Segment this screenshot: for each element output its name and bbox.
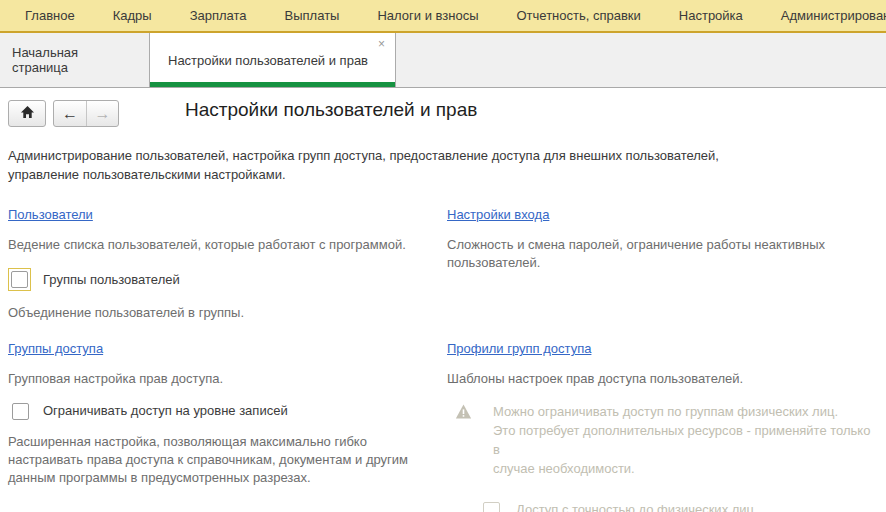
tab-bar: Начальная страница Настройки пользовател… [0, 33, 886, 88]
record-level-checkbox-row: Ограничивать доступ на уровне записей [12, 402, 438, 420]
back-arrow-icon: ← [62, 105, 78, 123]
warning-icon [455, 403, 472, 420]
login-settings-description: Сложность и смена паролей, ограничение р… [447, 236, 875, 272]
individuals-access-checkbox[interactable] [483, 502, 500, 512]
back-button[interactable]: ← [54, 101, 86, 126]
menu-item-taxes-contributions[interactable]: Налоги и взносы [358, 0, 497, 31]
app-window: Главное Кадры Зарплата Выплаты Налоги и … [0, 0, 886, 512]
menu-item-personnel[interactable]: Кадры [94, 0, 171, 31]
menu-item-settings[interactable]: Настройка [660, 0, 762, 31]
section-access-groups: Группы доступа Групповая настройка прав … [8, 340, 438, 487]
login-settings-link[interactable]: Настройки входа [447, 206, 549, 224]
record-level-access-checkbox[interactable] [12, 403, 29, 420]
access-group-profiles-link[interactable]: Профили групп доступа [447, 340, 591, 358]
menu-item-reports-certificates[interactable]: Отчетность, справки [498, 0, 660, 31]
user-groups-checkbox-label[interactable]: Группы пользователей [43, 271, 180, 289]
page-description: Администрирование пользователей, настрой… [8, 146, 828, 184]
tab-home-page[interactable]: Начальная страница [0, 33, 150, 87]
individuals-access-checkbox-row: Доступ с точностью до физических лиц [483, 501, 879, 512]
section-users: Пользователи Ведение списка пользователе… [8, 206, 438, 322]
users-link[interactable]: Пользователи [8, 206, 93, 224]
users-description: Ведение списка пользователей, которые ра… [8, 236, 438, 254]
forward-button[interactable]: → [86, 101, 118, 126]
home-icon [20, 105, 35, 122]
menu-item-payments[interactable]: Выплаты [266, 0, 359, 31]
access-group-profiles-description: Шаблоны настроек прав доступа пользовате… [447, 370, 879, 388]
menu-item-main[interactable]: Главное [6, 0, 94, 31]
record-level-checkbox-label[interactable]: Ограничивать доступ на уровне записей [43, 402, 288, 420]
tab-home-label: Начальная страница [12, 45, 137, 75]
user-groups-checkbox-row: Группы пользователей [8, 268, 438, 291]
access-groups-link[interactable]: Группы доступа [8, 340, 103, 358]
individuals-warning-text: Можно ограничивать доступ по группам физ… [493, 402, 879, 478]
main-menu-bar: Главное Кадры Зарплата Выплаты Налоги и … [0, 0, 886, 33]
history-buttons: ← → [53, 100, 119, 127]
section-access-group-profiles: Профили групп доступа Шаблоны настроек п… [447, 340, 879, 512]
user-groups-checkbox[interactable] [11, 271, 28, 288]
home-button[interactable] [8, 100, 46, 127]
tab-user-rights-settings[interactable]: Настройки пользователей и прав × [150, 33, 396, 87]
menu-item-administration[interactable]: Администрирование [762, 0, 886, 31]
user-groups-description: Объединение пользователей в группы. [8, 304, 438, 322]
active-tab-indicator [150, 82, 395, 87]
access-groups-description: Групповая настройка прав доступа. [8, 370, 438, 388]
record-level-description: Расширенная настройка, позволяющая макси… [8, 433, 438, 487]
checkbox-focus-ring [8, 268, 31, 291]
navigation-toolbar: ← → [8, 100, 119, 127]
individuals-access-checkbox-label: Доступ с точностью до физических лиц [516, 501, 754, 512]
individuals-warning-row: Можно ограничивать доступ по группам физ… [455, 402, 879, 478]
menu-item-salary[interactable]: Зарплата [171, 0, 266, 31]
section-login-settings: Настройки входа Сложность и смена пароле… [447, 206, 875, 272]
forward-arrow-icon: → [95, 105, 111, 123]
tab-active-label: Настройки пользователей и прав [168, 53, 368, 68]
close-tab-icon[interactable]: × [378, 38, 385, 50]
page-title: Настройки пользователей и прав [185, 99, 477, 121]
